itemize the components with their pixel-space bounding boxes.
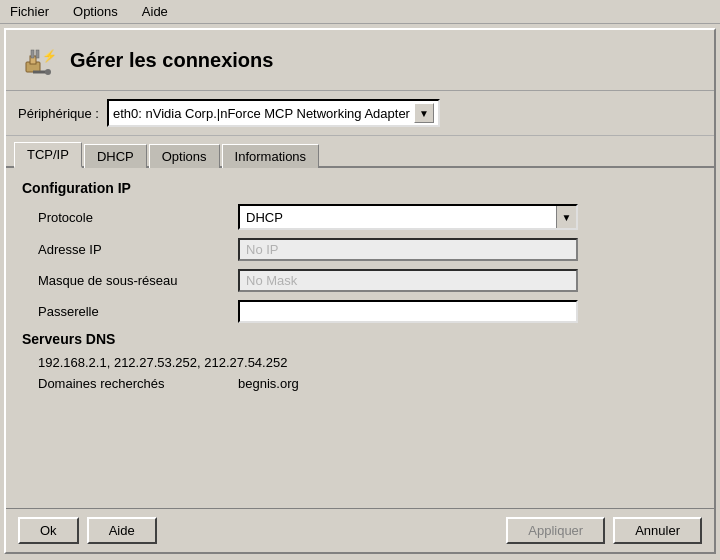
masque-input: No Mask [238, 269, 578, 292]
tabs-container: TCP/IP DHCP Options Informations [6, 136, 714, 168]
device-dropdown[interactable]: eth0: nVidia Corp.|nForce MCP Networking… [107, 99, 440, 127]
device-row: Périphérique : eth0: nVidia Corp.|nForce… [6, 91, 714, 136]
button-bar: Ok Aide Appliquer Annuler [6, 508, 714, 552]
aide-button[interactable]: Aide [87, 517, 157, 544]
config-ip-title: Configuration IP [22, 180, 698, 196]
adresse-ip-label: Adresse IP [38, 242, 238, 257]
main-window: ⚡ Gérer les connexions Périphérique : et… [4, 28, 716, 554]
masque-field: No Mask [238, 269, 578, 292]
adresse-ip-row: Adresse IP No IP [22, 238, 698, 261]
menu-fichier[interactable]: Fichier [4, 2, 55, 21]
passerelle-row: Passerelle [22, 300, 698, 323]
adresse-ip-input: No IP [238, 238, 578, 261]
device-dropdown-value: eth0: nVidia Corp.|nForce MCP Networking… [113, 106, 410, 121]
menu-options[interactable]: Options [67, 2, 124, 21]
tab-dhcp[interactable]: DHCP [84, 144, 147, 168]
svg-rect-2 [31, 50, 34, 58]
title-area: ⚡ Gérer les connexions [6, 30, 714, 91]
device-dropdown-arrow: ▼ [414, 103, 434, 123]
dns-section: Serveurs DNS 192.168.2.1, 212.27.53.252,… [22, 331, 698, 391]
tab-tcpip[interactable]: TCP/IP [14, 142, 82, 168]
svg-text:⚡: ⚡ [42, 48, 56, 63]
menubar: Fichier Options Aide [0, 0, 720, 24]
tab-informations[interactable]: Informations [222, 144, 320, 168]
ok-button[interactable]: Ok [18, 517, 79, 544]
dns-domain-value: begnis.org [238, 376, 299, 391]
tab-options[interactable]: Options [149, 144, 220, 168]
annuler-button[interactable]: Annuler [613, 517, 702, 544]
right-buttons: Appliquer Annuler [506, 517, 702, 544]
protocole-value: DHCP [240, 208, 556, 227]
dns-domain-row: Domaines recherchés begnis.org [22, 376, 698, 391]
protocole-select[interactable]: DHCP ▼ [238, 204, 578, 230]
svg-point-5 [45, 69, 51, 75]
passerelle-field[interactable] [238, 300, 578, 323]
masque-row: Masque de sous-réseau No Mask [22, 269, 698, 292]
left-buttons: Ok Aide [18, 517, 157, 544]
adresse-ip-field: No IP [238, 238, 578, 261]
device-label: Périphérique : [18, 106, 99, 121]
dns-servers-row: 192.168.2.1, 212.27.53.252, 212.27.54.25… [22, 355, 698, 370]
content-area: Configuration IP Protocole DHCP ▼ Adress… [6, 168, 714, 508]
protocole-dropdown-arrow: ▼ [556, 206, 576, 228]
masque-label: Masque de sous-réseau [38, 273, 238, 288]
protocole-row: Protocole DHCP ▼ [22, 204, 698, 230]
passerelle-label: Passerelle [38, 304, 238, 319]
network-icon: ⚡ [18, 40, 58, 80]
dns-servers-value: 192.168.2.1, 212.27.53.252, 212.27.54.25… [38, 355, 287, 370]
window-title: Gérer les connexions [70, 49, 273, 72]
appliquer-button[interactable]: Appliquer [506, 517, 605, 544]
svg-rect-3 [36, 50, 39, 58]
menu-aide[interactable]: Aide [136, 2, 174, 21]
protocole-label: Protocole [38, 210, 238, 225]
dns-title: Serveurs DNS [22, 331, 698, 347]
dns-domain-label: Domaines recherchés [38, 376, 238, 391]
passerelle-input[interactable] [238, 300, 578, 323]
